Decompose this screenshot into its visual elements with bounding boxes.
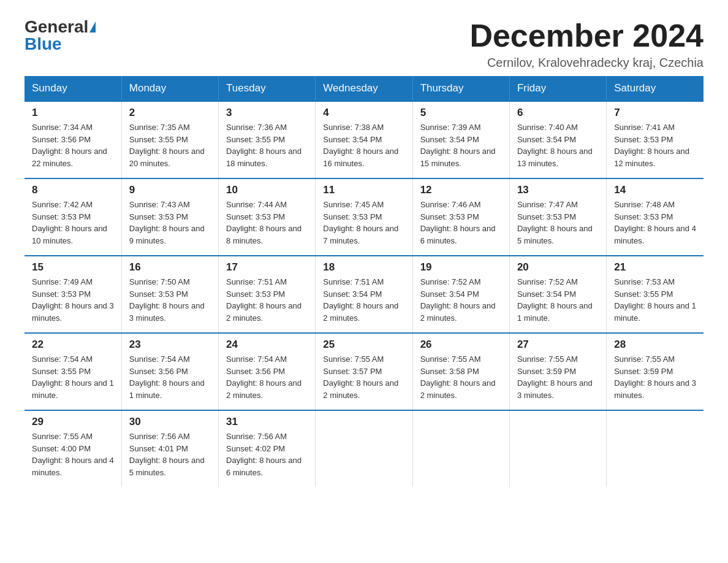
weekday-header-row: SundayMondayTuesdayWednesdayThursdayFrid…: [25, 76, 703, 101]
calendar-cell: 24Sunrise: 7:54 AMSunset: 3:56 PMDayligh…: [219, 333, 316, 410]
calendar-cell: 28Sunrise: 7:55 AMSunset: 3:59 PMDayligh…: [607, 333, 703, 410]
calendar-cell: 31Sunrise: 7:56 AMSunset: 4:02 PMDayligh…: [219, 410, 316, 487]
calendar-cell: 8Sunrise: 7:42 AMSunset: 3:53 PMDaylight…: [25, 178, 121, 256]
day-number: 3: [226, 107, 308, 119]
day-number: 6: [517, 107, 599, 119]
calendar-week-row: 29Sunrise: 7:55 AMSunset: 4:00 PMDayligh…: [25, 410, 703, 487]
weekday-header-tuesday: Tuesday: [219, 76, 316, 101]
logo-blue-text: Blue: [25, 36, 62, 53]
calendar-cell: 29Sunrise: 7:55 AMSunset: 4:00 PMDayligh…: [25, 410, 121, 487]
day-info: Sunrise: 7:54 AMSunset: 3:56 PMDaylight:…: [226, 353, 308, 401]
logo-triangle-icon: [89, 21, 96, 33]
calendar-table: SundayMondayTuesdayWednesdayThursdayFrid…: [25, 76, 703, 487]
month-title: December 2024: [469, 18, 703, 53]
day-info: Sunrise: 7:53 AMSunset: 3:55 PMDaylight:…: [614, 276, 696, 324]
calendar-cell: 19Sunrise: 7:52 AMSunset: 3:54 PMDayligh…: [412, 256, 509, 333]
day-info: Sunrise: 7:47 AMSunset: 3:53 PMDaylight:…: [517, 199, 599, 247]
day-number: 13: [517, 184, 599, 196]
calendar-header: SundayMondayTuesdayWednesdayThursdayFrid…: [25, 76, 703, 101]
day-info: Sunrise: 7:44 AMSunset: 3:53 PMDaylight:…: [226, 199, 308, 247]
logo: General Blue: [25, 18, 96, 53]
day-number: 16: [129, 261, 211, 274]
day-info: Sunrise: 7:34 AMSunset: 3:56 PMDaylight:…: [32, 121, 114, 169]
calendar-cell: 12Sunrise: 7:46 AMSunset: 3:53 PMDayligh…: [412, 178, 509, 256]
calendar-week-row: 22Sunrise: 7:54 AMSunset: 3:55 PMDayligh…: [25, 333, 703, 410]
day-number: 5: [420, 107, 502, 119]
weekday-header-saturday: Saturday: [607, 76, 703, 101]
calendar-cell: 9Sunrise: 7:43 AMSunset: 3:53 PMDaylight…: [121, 178, 218, 256]
logo-general-text: General: [25, 18, 88, 36]
day-number: 14: [614, 184, 696, 196]
day-number: 12: [420, 184, 502, 196]
day-number: 17: [226, 261, 308, 274]
page-header: General Blue December 2024 Cernilov, Kra…: [25, 18, 703, 70]
day-info: Sunrise: 7:55 AMSunset: 4:00 PMDaylight:…: [32, 431, 114, 478]
day-info: Sunrise: 7:54 AMSunset: 3:56 PMDaylight:…: [129, 353, 211, 401]
day-info: Sunrise: 7:52 AMSunset: 3:54 PMDaylight:…: [420, 276, 502, 324]
day-number: 28: [614, 339, 696, 351]
calendar-cell: [509, 410, 606, 487]
day-info: Sunrise: 7:43 AMSunset: 3:53 PMDaylight:…: [129, 199, 211, 247]
day-number: 25: [323, 339, 404, 351]
day-info: Sunrise: 7:42 AMSunset: 3:53 PMDaylight:…: [32, 199, 114, 247]
day-info: Sunrise: 7:55 AMSunset: 3:59 PMDaylight:…: [614, 353, 696, 401]
weekday-header-friday: Friday: [509, 76, 606, 101]
weekday-header-wednesday: Wednesday: [316, 76, 412, 101]
calendar-cell: 17Sunrise: 7:51 AMSunset: 3:53 PMDayligh…: [219, 256, 316, 333]
day-info: Sunrise: 7:35 AMSunset: 3:55 PMDaylight:…: [129, 121, 211, 169]
day-info: Sunrise: 7:40 AMSunset: 3:54 PMDaylight:…: [517, 121, 599, 169]
day-number: 18: [323, 261, 404, 274]
calendar-cell: 13Sunrise: 7:47 AMSunset: 3:53 PMDayligh…: [509, 178, 606, 256]
day-number: 27: [517, 339, 599, 351]
calendar-cell: 26Sunrise: 7:55 AMSunset: 3:58 PMDayligh…: [412, 333, 509, 410]
location-subtitle: Cernilov, Kralovehradecky kraj, Czechia: [469, 56, 703, 70]
day-number: 30: [129, 416, 211, 428]
day-info: Sunrise: 7:45 AMSunset: 3:53 PMDaylight:…: [323, 199, 404, 247]
day-number: 29: [32, 416, 114, 428]
day-info: Sunrise: 7:48 AMSunset: 3:53 PMDaylight:…: [614, 199, 696, 247]
day-info: Sunrise: 7:55 AMSunset: 3:57 PMDaylight:…: [323, 353, 404, 401]
calendar-cell: 21Sunrise: 7:53 AMSunset: 3:55 PMDayligh…: [607, 256, 703, 333]
calendar-cell: 5Sunrise: 7:39 AMSunset: 3:54 PMDaylight…: [412, 101, 509, 178]
day-number: 15: [32, 261, 114, 274]
day-number: 2: [129, 107, 211, 119]
day-number: 24: [226, 339, 308, 351]
day-info: Sunrise: 7:54 AMSunset: 3:55 PMDaylight:…: [32, 353, 114, 401]
day-number: 11: [323, 184, 404, 196]
weekday-header-sunday: Sunday: [25, 76, 121, 101]
calendar-cell: 1Sunrise: 7:34 AMSunset: 3:56 PMDaylight…: [25, 101, 121, 178]
day-number: 23: [129, 339, 211, 351]
day-number: 8: [32, 184, 114, 196]
day-number: 22: [32, 339, 114, 351]
calendar-cell: 2Sunrise: 7:35 AMSunset: 3:55 PMDaylight…: [121, 101, 218, 178]
title-section: December 2024 Cernilov, Kralovehradecky …: [469, 18, 703, 70]
day-number: 9: [129, 184, 211, 196]
day-info: Sunrise: 7:46 AMSunset: 3:53 PMDaylight:…: [420, 199, 502, 247]
day-info: Sunrise: 7:36 AMSunset: 3:55 PMDaylight:…: [226, 121, 308, 169]
day-info: Sunrise: 7:50 AMSunset: 3:53 PMDaylight:…: [129, 276, 211, 324]
calendar-cell: 16Sunrise: 7:50 AMSunset: 3:53 PMDayligh…: [121, 256, 218, 333]
calendar-cell: 18Sunrise: 7:51 AMSunset: 3:54 PMDayligh…: [316, 256, 412, 333]
day-number: 19: [420, 261, 502, 274]
day-info: Sunrise: 7:41 AMSunset: 3:53 PMDaylight:…: [614, 121, 696, 169]
calendar-cell: 14Sunrise: 7:48 AMSunset: 3:53 PMDayligh…: [607, 178, 703, 256]
calendar-cell: 7Sunrise: 7:41 AMSunset: 3:53 PMDaylight…: [607, 101, 703, 178]
day-number: 4: [323, 107, 404, 119]
day-info: Sunrise: 7:56 AMSunset: 4:02 PMDaylight:…: [226, 431, 308, 478]
weekday-header-monday: Monday: [121, 76, 218, 101]
calendar-cell: 11Sunrise: 7:45 AMSunset: 3:53 PMDayligh…: [316, 178, 412, 256]
day-info: Sunrise: 7:38 AMSunset: 3:54 PMDaylight:…: [323, 121, 404, 169]
calendar-cell: [316, 410, 412, 487]
calendar-cell: 6Sunrise: 7:40 AMSunset: 3:54 PMDaylight…: [509, 101, 606, 178]
day-info: Sunrise: 7:55 AMSunset: 3:58 PMDaylight:…: [420, 353, 502, 401]
day-info: Sunrise: 7:51 AMSunset: 3:54 PMDaylight:…: [323, 276, 404, 324]
calendar-week-row: 8Sunrise: 7:42 AMSunset: 3:53 PMDaylight…: [25, 178, 703, 256]
calendar-cell: 23Sunrise: 7:54 AMSunset: 3:56 PMDayligh…: [121, 333, 218, 410]
calendar-cell: 22Sunrise: 7:54 AMSunset: 3:55 PMDayligh…: [25, 333, 121, 410]
calendar-body: 1Sunrise: 7:34 AMSunset: 3:56 PMDaylight…: [25, 101, 703, 487]
calendar-cell: [607, 410, 703, 487]
day-info: Sunrise: 7:56 AMSunset: 4:01 PMDaylight:…: [129, 431, 211, 478]
day-number: 21: [614, 261, 696, 274]
day-info: Sunrise: 7:52 AMSunset: 3:54 PMDaylight:…: [517, 276, 599, 324]
calendar-cell: 27Sunrise: 7:55 AMSunset: 3:59 PMDayligh…: [509, 333, 606, 410]
